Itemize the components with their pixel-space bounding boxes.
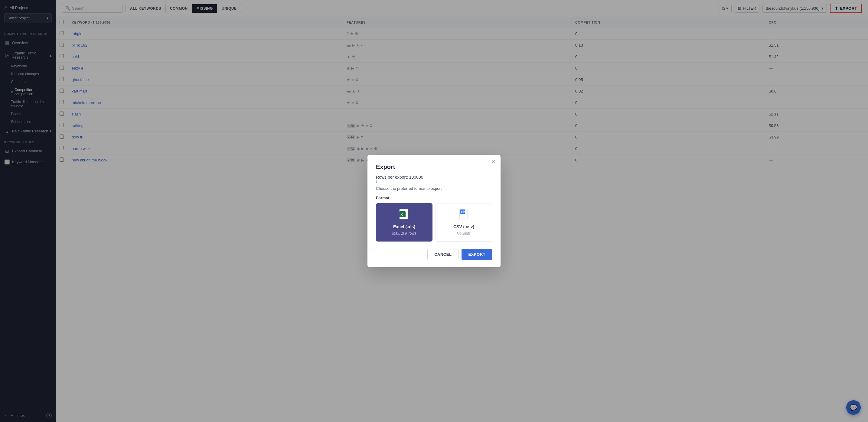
- svg-text:X: X: [400, 213, 403, 217]
- format-card-excel[interactable]: X Excel (.xls) Max. 10K rows: [376, 203, 433, 241]
- format-card-csv[interactable]: CSV CSV (.csv) No limits: [435, 203, 492, 241]
- modal-footer: CANCEL EXPORT: [376, 249, 492, 260]
- modal-description: Choose the preferred format to export: [376, 186, 492, 191]
- modal-format-label: Format:: [376, 196, 492, 200]
- excel-format-name: Excel (.xls): [380, 224, 428, 229]
- excel-icon: X: [380, 209, 428, 222]
- csv-icon: CSV: [440, 209, 488, 222]
- modal-title: Export: [376, 164, 492, 170]
- format-options: X Excel (.xls) Max. 10K rows CSV CSV (.c…: [376, 203, 492, 241]
- modal-close-button[interactable]: ✕: [491, 159, 496, 165]
- cancel-button[interactable]: CANCEL: [427, 249, 459, 260]
- csv-format-limit: No limits: [457, 231, 471, 235]
- modal-overlay: ✕ Export Rows per export: 100000 i Choos…: [0, 0, 868, 422]
- export-modal: ✕ Export Rows per export: 100000 i Choos…: [368, 155, 500, 267]
- csv-format-name: CSV (.csv): [440, 224, 488, 229]
- modal-export-button[interactable]: EXPORT: [462, 249, 492, 260]
- excel-format-limit: Max. 10K rows: [392, 231, 416, 235]
- modal-rows-info: Rows per export: 100000: [376, 175, 492, 180]
- svg-text:CSV: CSV: [461, 211, 466, 214]
- modal-info-link[interactable]: i: [376, 180, 492, 184]
